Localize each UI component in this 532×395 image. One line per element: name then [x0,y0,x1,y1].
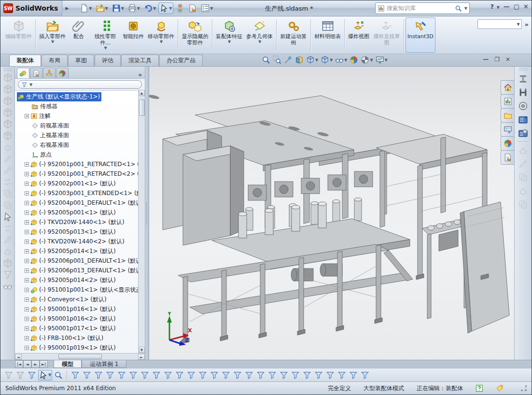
tree-item[interactable]: +(-) 952006p001_DEFAULT<1> (默认) [16,256,138,266]
task-pane-grip[interactable] [519,68,527,71]
section-view-button[interactable] [294,55,304,65]
graphics-viewport[interactable]: Y X Z [149,67,514,360]
display-style-dropdown-arrow[interactable]: ▼ [330,58,333,62]
expand-toggle[interactable]: + [25,346,29,350]
copy-with-mates-icon[interactable] [3,200,13,210]
filter-tables-button[interactable] [232,370,243,381]
doc-minimize-button[interactable]: — [483,56,489,63]
bearing-icon[interactable] [518,101,528,111]
tree-item[interactable]: +(-) 952005p014<2> (默认) [16,275,138,285]
save-dropdown-arrow[interactable]: ▼ [121,6,124,11]
tree-item[interactable]: +(-) TKVD20W-1440<1> (默认) [16,217,138,227]
save-button[interactable]: ▼ [111,2,126,14]
replace-components-icon[interactable] [3,189,13,198]
tree-item[interactable]: 原点 [16,150,138,159]
filter-gtol-button[interactable] [302,370,312,381]
assembly-model-render[interactable] [149,67,514,360]
next-tab-button[interactable]: ► [31,360,40,368]
expand-toggle[interactable]: + [25,220,29,225]
maximize-button[interactable]: ▢ [514,3,519,10]
search-dropdown-arrow[interactable]: ▼ [464,6,467,11]
tree-item[interactable]: +(-) 950001p016<2> (默认) [16,314,138,324]
measure-icon[interactable] [3,235,13,245]
tree-item[interactable]: +(-) 952005p013<1> (默认) [16,227,138,237]
expand-toggle[interactable]: + [25,288,29,292]
toolbar-grip[interactable] [4,69,12,71]
smart-fasteners-button[interactable]: 智能扣件 [121,17,146,53]
filter-weld-beads-button[interactable] [267,370,278,381]
view-palette-tab[interactable] [501,122,514,137]
open-button[interactable]: ▼ [95,2,110,14]
menu-flyout-arrow[interactable]: ▶ [62,6,71,11]
filter-dimensions-button[interactable] [209,370,220,381]
reference-geometry-button[interactable]: 参考几何体▼ [244,17,275,53]
view-orientation-icon[interactable] [3,73,13,83]
options-list-dropdown-arrow[interactable]: ▼ [210,6,213,11]
filter-weld-symbols-button[interactable] [279,370,289,381]
tags-icon[interactable] [496,384,504,392]
toolbar-overflow-chevron[interactable]: » [525,21,529,28]
select-button[interactable]: ▼ [158,2,173,14]
tree-item[interactable]: +注解 [16,111,138,121]
open-dropdown-arrow[interactable]: ▼ [105,6,108,11]
expand-toggle[interactable]: + [25,259,29,263]
expand-toggle[interactable]: + [25,278,29,282]
select-button[interactable]: ▼ [38,370,52,381]
section-tool-icon[interactable] [3,258,13,268]
tab-渲染工具[interactable]: 渲染工具 [121,55,159,66]
linear-pattern-button[interactable]: 线性零部件...▼ [90,17,121,53]
expand-toggle[interactable]: + [25,191,29,196]
tree-item[interactable]: +(-) 952001p001_RETRACTED<2> (默认) [16,169,138,179]
previous-view-button[interactable] [283,55,293,65]
tab-办公室产品[interactable]: 办公室产品 [159,55,203,66]
tree-item[interactable]: +(-) 952005p014<1> (默认) [16,246,138,256]
sketch-icon[interactable] [3,154,13,164]
design-library-tab[interactable] [501,94,514,109]
tree-filter-input[interactable]: ▼ [18,80,142,89]
tab-布局[interactable]: 布局 [42,55,68,66]
select-all-filters-button[interactable] [27,370,37,381]
toggle-selection-filters-button[interactable] [3,370,14,381]
filter-solid-bodies-button[interactable] [116,370,127,381]
print-dropdown-arrow[interactable]: ▼ [137,6,140,11]
help-button[interactable]: ? ▼ [490,3,500,10]
tree-item[interactable]: +(-) 952001p001_RETRACTED<1> (默认) [16,159,138,169]
filter-sketch-segments-button[interactable] [163,370,173,381]
custom-properties-tab[interactable] [501,150,514,165]
filter-planes-button[interactable] [140,370,150,381]
3d-sketch-icon[interactable] [3,166,13,175]
smart-component-icon[interactable] [518,114,528,125]
hide-show-items-button[interactable]: ▼ [335,55,348,65]
doc-restore-button[interactable]: ❐ [494,56,500,63]
options-list-button[interactable]: ▼ [199,2,214,14]
search-input[interactable] [387,5,453,12]
hidden-lines-removed-icon[interactable] [3,108,13,117]
tab-评估[interactable]: 评估 [95,55,121,66]
filter-points-button[interactable] [151,370,162,381]
search-box[interactable]: ▼ [375,2,470,14]
display-style-button[interactable]: ▼ [320,55,333,65]
scroll-left-arrow[interactable]: ◄ [15,354,22,360]
file-explorer-tab[interactable] [501,108,514,123]
filter-center-marks-button[interactable] [186,370,196,381]
scroll-right-arrow[interactable]: ► [138,354,145,360]
clear-all-filters-button[interactable] [15,370,26,381]
feature-manager-tab[interactable] [17,68,29,78]
toolbox-icon[interactable] [518,87,528,98]
expand-toggle[interactable]: + [25,268,29,273]
edit-appearance-button[interactable] [349,55,359,65]
mirror-components-icon[interactable] [3,212,13,222]
undo-button[interactable]: ▼ [142,2,157,14]
undo-dropdown-arrow[interactable]: ▼ [153,6,156,11]
resize-grip[interactable] [521,385,527,391]
hide-show-icon[interactable] [3,282,13,291]
last-tab-button[interactable]: ►| [40,360,48,368]
filter-datum-features-button[interactable] [313,370,324,381]
doc-close-button[interactable]: ✕ [505,56,510,63]
filter-surface-finish-symbols-button[interactable] [325,370,336,381]
vertical-scroll-thumb[interactable] [139,99,145,116]
filter-centerlines-button[interactable] [197,370,208,381]
expand-toggle[interactable]: + [25,211,29,215]
expand-toggle[interactable]: + [25,307,29,311]
first-tab-button[interactable]: |◄ [15,360,23,368]
